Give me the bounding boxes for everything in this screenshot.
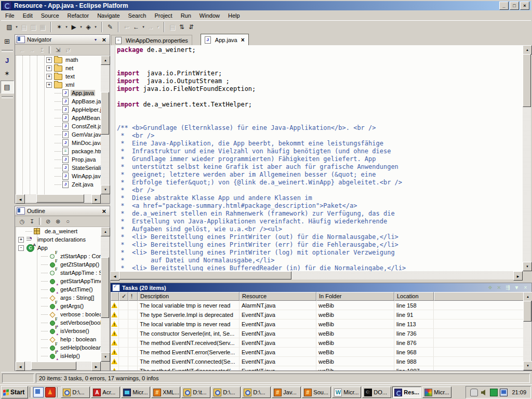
scroll-down-button[interactable] xyxy=(101,352,110,362)
column-header[interactable]: Resource xyxy=(240,292,316,301)
outline-item[interactable]: F▴setHelp(boolean xyxy=(16,343,101,352)
taskbar-button[interactable]: D:\... xyxy=(242,387,271,398)
scroll-thumb[interactable] xyxy=(119,271,291,280)
outline-tree[interactable]: de.a_weinert+import declarations-AAppFzt… xyxy=(16,227,101,362)
volume-icon[interactable] xyxy=(480,389,488,396)
scroll-thumb[interactable] xyxy=(523,54,531,107)
new-task-icon[interactable]: ❖ xyxy=(486,284,495,291)
priority-cell[interactable] xyxy=(128,310,138,319)
highlight-icon[interactable]: ✎ xyxy=(105,22,115,32)
outline-vertical-scrollbar[interactable] xyxy=(101,227,109,362)
tasks-vertical-scrollbar[interactable] xyxy=(523,292,531,370)
scroll-up-button[interactable] xyxy=(523,45,532,55)
task-row[interactable]: The method EventNT.error(Serverle...Even… xyxy=(111,348,523,357)
resource-perspective-button[interactable]: ▤ xyxy=(1,81,14,94)
column-header[interactable]: Description xyxy=(138,292,240,301)
scroll-thumb[interactable] xyxy=(31,362,76,370)
print-icon[interactable]: ▦ xyxy=(38,22,47,32)
priority-cell[interactable] xyxy=(128,357,138,366)
editor-tab[interactable]: WinAppDemo.properties xyxy=(111,35,192,45)
outline-item[interactable]: de.a_weinert xyxy=(16,227,101,235)
task-row[interactable]: The local variable tmp is never readAlar… xyxy=(111,301,523,310)
taskbar-button[interactable]: Sou... xyxy=(302,387,331,398)
back-icon[interactable]: ← xyxy=(131,22,141,32)
open-perspective-button[interactable]: ⊞ xyxy=(1,35,14,47)
menu-edit[interactable]: Edit xyxy=(19,11,37,20)
tree-item[interactable]: AppBase.jav xyxy=(16,97,101,105)
minimize-button[interactable]: _ xyxy=(499,2,509,10)
next-annotation-icon[interactable]: ⇅ xyxy=(177,22,187,32)
back-icon[interactable]: ← xyxy=(17,46,27,55)
sort-alphabetical-icon[interactable]: ↧ xyxy=(27,217,37,226)
task-row[interactable]: The type Serverle.Impl is deprecatedEven… xyxy=(111,310,523,320)
completed-cell[interactable] xyxy=(119,329,128,338)
tree-item[interactable]: Prop.java xyxy=(16,155,101,164)
priority-cell[interactable] xyxy=(128,301,138,310)
editor-horizontal-scrollbar[interactable] xyxy=(110,271,523,280)
outline-item[interactable]: verbose : boolea xyxy=(16,310,101,318)
pin-editor-icon[interactable]: ▤ xyxy=(168,22,177,32)
last-edit-location-icon[interactable]: ⇜ xyxy=(122,22,131,32)
taskbar-button[interactable]: Res... xyxy=(392,387,421,398)
scroll-down-button[interactable] xyxy=(101,185,110,194)
scroll-up-button[interactable] xyxy=(523,292,532,301)
expander-icon[interactable]: + xyxy=(46,74,52,79)
view-menu-icon[interactable]: ▼ xyxy=(91,38,100,42)
tree-item[interactable]: ConstZeit.ja xyxy=(16,122,101,130)
outline-item[interactable]: args : String[] xyxy=(16,294,101,302)
scroll-thumb[interactable] xyxy=(36,194,84,203)
tree-item[interactable]: Zeit.java xyxy=(16,180,101,189)
tree-item[interactable]: App.java xyxy=(16,89,101,97)
collapse-all-icon[interactable]: ⇲ xyxy=(53,46,63,55)
navigator-view-header[interactable]: Navigator ▼ × xyxy=(15,35,110,45)
expander-icon[interactable]: + xyxy=(18,237,24,243)
outline-item[interactable]: F▴isVerbose() xyxy=(16,327,101,335)
close-icon[interactable]: × xyxy=(100,36,108,44)
annotation-ruler[interactable] xyxy=(110,45,115,271)
menu-run[interactable]: Run xyxy=(177,11,195,20)
tree-item[interactable]: MinDoc.java xyxy=(16,139,101,147)
java-perspective-button[interactable]: J xyxy=(1,55,14,66)
menu-refactor[interactable]: Refactor xyxy=(63,11,94,20)
outline-item[interactable]: FstartAppTime : S xyxy=(16,269,101,277)
scroll-left-button[interactable] xyxy=(16,362,25,371)
taskbar-button[interactable]: Jav... xyxy=(272,387,301,398)
task-row[interactable]: The method EventNT.connected(Se...EventN… xyxy=(111,357,523,366)
pcmcia-icon[interactable] xyxy=(490,389,498,396)
taskbar-button[interactable]: XML... xyxy=(151,387,180,398)
scroll-thumb[interactable] xyxy=(101,92,109,135)
start-button[interactable]: Start xyxy=(1,386,28,398)
outline-item[interactable]: FztStartApp : Cor xyxy=(16,252,101,260)
mouse-icon[interactable] xyxy=(470,389,478,396)
outline-item[interactable]: ▴getStartAppTime xyxy=(16,277,101,285)
priority-cell[interactable] xyxy=(128,320,138,328)
tree-item[interactable]: GemVar.java xyxy=(16,130,101,139)
external-tools-icon[interactable]: ◈ xyxy=(84,22,93,32)
outline-item[interactable]: -AApp xyxy=(16,244,101,252)
completed-cell[interactable] xyxy=(119,348,128,356)
column-header[interactable]: Location xyxy=(394,292,434,301)
link-with-editor-icon[interactable]: ⇄ xyxy=(63,46,73,55)
outline-item[interactable]: F▴setVerbose(bool xyxy=(16,318,101,327)
scroll-right-button[interactable] xyxy=(513,271,523,281)
taskbar-button[interactable]: DO... xyxy=(362,387,391,398)
hide-nonpublic-icon[interactable]: ○ xyxy=(63,217,73,226)
menu-file[interactable]: File xyxy=(1,11,19,20)
close-button[interactable]: × xyxy=(520,2,529,10)
outline-item[interactable]: +import declarations xyxy=(16,235,101,244)
menu-source[interactable]: Source xyxy=(37,11,63,20)
run-dropdown-icon[interactable]: ▾ xyxy=(78,22,84,32)
priority-cell[interactable] xyxy=(128,366,138,370)
task-row[interactable]: The local variable tmp is never readEven… xyxy=(111,320,523,329)
view-menu-icon[interactable]: ▼ xyxy=(512,284,521,291)
run-icon[interactable]: ▶ xyxy=(69,22,78,32)
display-icon[interactable] xyxy=(500,389,508,396)
tree-item[interactable]: +text xyxy=(16,72,101,81)
show-desktop-icon[interactable] xyxy=(33,387,44,397)
scroll-left-button[interactable] xyxy=(110,271,119,281)
editor-vertical-scrollbar[interactable] xyxy=(523,45,531,271)
scroll-thumb[interactable] xyxy=(101,257,109,318)
scroll-thumb[interactable] xyxy=(523,301,531,322)
tree-item[interactable]: +math xyxy=(16,56,101,64)
forward-icon[interactable]: → xyxy=(27,46,37,55)
